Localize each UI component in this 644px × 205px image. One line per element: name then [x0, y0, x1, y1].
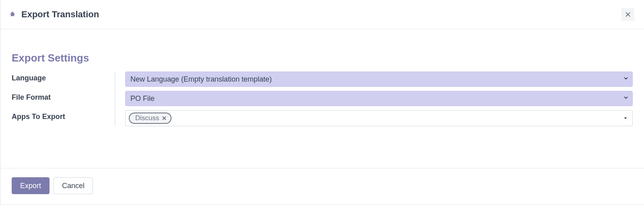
dialog-footer: Export Cancel	[0, 168, 644, 205]
remove-tag-button[interactable]	[162, 116, 167, 121]
apps-to-export-cell: Discuss	[117, 110, 633, 126]
section-heading: Export Settings	[12, 52, 633, 64]
app-tag-discuss: Discuss	[129, 113, 171, 124]
close-icon	[625, 10, 631, 19]
file-format-cell: PO File	[117, 91, 633, 106]
cancel-button[interactable]: Cancel	[54, 177, 93, 194]
file-format-select-wrap: PO File	[125, 91, 633, 106]
dialog-header: Export Translation	[0, 0, 644, 29]
language-select-wrap: New Language (Empty translation template…	[125, 72, 633, 87]
export-button[interactable]: Export	[12, 177, 50, 194]
form-divider	[115, 72, 115, 126]
bug-icon	[8, 10, 17, 18]
close-button[interactable]	[621, 8, 634, 21]
file-format-select[interactable]: PO File	[125, 91, 633, 106]
file-format-label: File Format	[12, 91, 115, 106]
language-select[interactable]: New Language (Empty translation template…	[125, 72, 633, 87]
dialog-body: Export Settings Language New Language (E…	[0, 29, 644, 168]
language-label: Language	[12, 72, 115, 87]
dialog-title-wrap: Export Translation	[8, 9, 99, 20]
caret-down-icon	[623, 115, 627, 122]
language-cell: New Language (Empty translation template…	[117, 72, 633, 87]
svg-marker-4	[624, 117, 627, 119]
export-translation-dialog: Export Translation Export Settings Langu…	[0, 0, 644, 205]
apps-to-export-label: Apps To Export	[12, 110, 115, 126]
dialog-title: Export Translation	[21, 9, 99, 20]
form-group: Language New Language (Empty translation…	[12, 72, 633, 126]
app-tag-label: Discuss	[135, 114, 159, 122]
apps-to-export-input[interactable]: Discuss	[125, 110, 633, 126]
